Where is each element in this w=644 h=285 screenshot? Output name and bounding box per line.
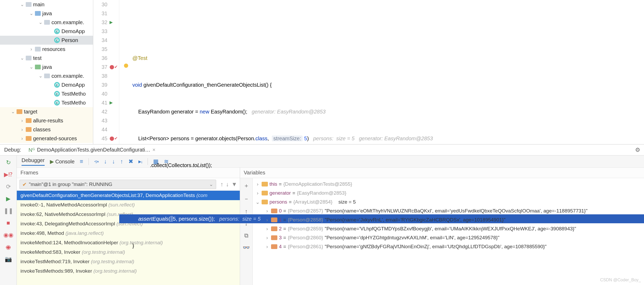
tree-item-generated[interactable]: ›generated-sources — [0, 134, 93, 143]
pause-icon[interactable]: ❚❚ — [4, 208, 13, 214]
var-icon — [262, 191, 268, 195]
folder-icon — [35, 11, 41, 16]
testng-icon: Nᴳ — [29, 147, 35, 153]
tree-item-test-java[interactable]: ⌄java — [0, 63, 93, 71]
chevron-down-icon[interactable]: ⌄ — [20, 2, 24, 7]
tree-item-main[interactable]: ⌄main — [0, 0, 93, 9]
chevron-down-icon[interactable]: ⌄ — [20, 55, 24, 61]
tree-item-target[interactable]: ⌄target — [0, 107, 93, 116]
tree-item-classes[interactable]: ›classes — [0, 125, 93, 134]
index-icon — [271, 235, 277, 240]
tree-item-testmethod[interactable]: cTestMetho — [0, 89, 93, 98]
index-icon — [271, 244, 277, 249]
rerun-failed-icon[interactable]: ▶⁉ — [4, 171, 13, 178]
folder-icon — [17, 109, 22, 114]
folder-icon — [35, 47, 41, 51]
threads-icon[interactable]: ≡ — [80, 158, 83, 165]
project-tree[interactable]: ⌄main ⌄java ⌄com.example. cDemoApp cPers… — [0, 0, 93, 144]
breakpoint-icon[interactable]: ⬤✔ — [110, 65, 118, 69]
code-area[interactable]: @Test void givenDefaultConfiguration_the… — [119, 0, 644, 144]
step-into-icon[interactable]: ↓ — [104, 158, 107, 165]
camera-icon[interactable]: 📷 — [5, 256, 12, 263]
folder-icon — [26, 56, 32, 60]
chevron-right-icon[interactable]: › — [265, 217, 269, 223]
force-step-into-icon[interactable]: ↓ — [112, 158, 115, 165]
breakpoint-icon[interactable]: ⬤✔ — [110, 136, 118, 141]
class-icon: c — [54, 91, 60, 97]
tree-item-person[interactable]: cPerson — [0, 36, 93, 45]
view-breakpoints-icon[interactable]: ◉◉ — [3, 232, 13, 239]
rerun-icon[interactable]: ↻ — [6, 159, 11, 166]
tree-item-test-package[interactable]: ⌄com.example. — [0, 71, 93, 80]
debugger-tab[interactable]: Debugger — [22, 157, 45, 166]
console-tab[interactable]: ▶ Console — [50, 158, 75, 165]
execution-point-icon — [124, 64, 128, 68]
chevron-down-icon[interactable]: ⌄ — [38, 19, 43, 25]
class-icon: c — [54, 37, 60, 43]
tree-item-testmethod2[interactable]: cTestMetho — [0, 98, 93, 107]
toggle-tests-icon[interactable]: ⟳ — [6, 183, 11, 190]
watermark: CSDN @Coder_Boy_ — [600, 278, 641, 282]
chevron-right-icon[interactable]: › — [29, 46, 33, 52]
folder-icon — [26, 136, 32, 141]
chevron-down-icon[interactable]: ⌄ — [29, 64, 33, 70]
chevron-right-icon[interactable]: › — [20, 127, 24, 132]
debug-side-toolbar: ↻ ▶⁉ ⟳ ▶ ❚❚ ■ ◉◉ ◉ 📷 — [0, 156, 17, 285]
chevron-right-icon[interactable]: › — [265, 208, 269, 214]
class-icon: c — [54, 82, 60, 88]
tree-item-resources[interactable]: ›resources — [0, 45, 93, 54]
chevron-right-icon[interactable]: › — [265, 244, 269, 250]
class-icon: c — [54, 100, 60, 106]
run-gutter-icon[interactable]: ▶ — [110, 20, 113, 24]
chevron-down-icon[interactable]: ⌄ — [11, 109, 15, 115]
gutter[interactable]: 30313233343536373839404142434445 ▶ ⬤✔ ▶ … — [93, 0, 119, 144]
chevron-right-icon[interactable]: › — [255, 190, 260, 196]
tree-item-demoapptests[interactable]: cDemoApp — [0, 80, 93, 89]
step-over-icon[interactable]: ⤼ — [94, 158, 99, 165]
folder-icon — [26, 127, 32, 132]
chevron-right-icon[interactable]: › — [265, 226, 269, 232]
run-gutter-icon[interactable]: ▶ — [110, 100, 113, 105]
index-icon — [271, 226, 277, 231]
tree-item-demoapp[interactable]: cDemoApp — [0, 27, 93, 36]
chevron-down-icon[interactable]: ⌄ — [29, 11, 33, 16]
chevron-down-icon[interactable]: ⌄ — [38, 73, 43, 79]
chevron-down-icon[interactable]: ⌄ — [255, 199, 260, 205]
index-icon — [271, 209, 277, 213]
variables-pane: Variables ＋ － ↑ ↓ ⧉ 👓 — [240, 168, 644, 285]
stop-icon[interactable]: ■ — [7, 220, 10, 226]
mute-breakpoints-icon[interactable]: ◉ — [6, 244, 11, 251]
line-numbers: 30313233343536373839404142434445 — [93, 0, 110, 144]
tree-item-allure[interactable]: ›allure-results — [0, 116, 93, 125]
resume-icon[interactable]: ▶ — [6, 195, 11, 202]
folder-icon — [44, 20, 50, 25]
index-icon — [271, 217, 277, 222]
check-icon: ✔ — [22, 181, 27, 188]
folder-icon — [44, 74, 50, 78]
code-editor[interactable]: 30313233343536373839404142434445 ▶ ⬤✔ ▶ … — [93, 0, 644, 144]
var-icon — [262, 200, 268, 204]
tree-item-test[interactable]: ⌄test — [0, 54, 93, 63]
tree-item-java[interactable]: ⌄java — [0, 9, 93, 18]
gutter-marks[interactable]: ▶ ⬤✔ ▶ ⬤✔ — [110, 0, 119, 144]
variables-tree[interactable]: ›this = {DemoApplicationTests@2855} ›gen… — [253, 178, 644, 285]
folder-icon — [26, 2, 32, 7]
var-icon — [262, 182, 268, 186]
chevron-right-icon[interactable]: › — [265, 235, 269, 241]
chevron-right-icon[interactable]: › — [20, 118, 24, 123]
debug-label: Debug: — [0, 147, 25, 153]
tree-item-package[interactable]: ⌄com.example. — [0, 18, 93, 27]
chevron-right-icon[interactable]: › — [255, 181, 260, 187]
chevron-right-icon[interactable]: › — [20, 136, 24, 141]
folder-icon — [35, 65, 41, 69]
folder-icon — [26, 118, 32, 123]
class-icon: c — [54, 28, 60, 34]
